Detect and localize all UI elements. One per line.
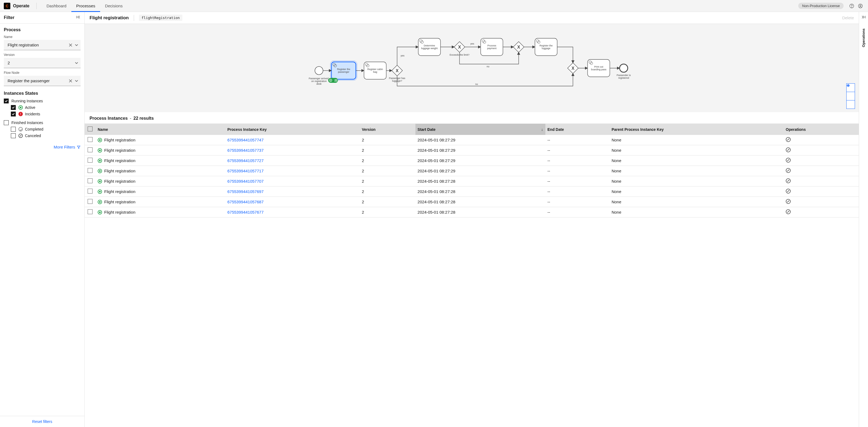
filter-sidebar: Filter Process Name Flight registration …	[0, 12, 85, 427]
col-end[interactable]: End Date	[546, 124, 610, 135]
active-status-icon	[19, 105, 23, 110]
filter-header: Filter	[0, 12, 84, 24]
zoom-out-button[interactable]	[846, 100, 855, 109]
row-name: Flight registration	[104, 169, 135, 173]
clear-name-icon[interactable]	[68, 42, 73, 48]
col-version[interactable]: Version	[360, 124, 415, 135]
cancel-instance-icon[interactable]	[786, 209, 791, 214]
row-name: Flight registration	[104, 179, 135, 183]
row-parent: None	[610, 145, 784, 156]
col-parent[interactable]: Parent Process Instance Key	[610, 124, 784, 135]
row-end: --	[546, 186, 610, 197]
name-select[interactable]: Flight registration	[4, 40, 81, 50]
running-checkbox[interactable]	[4, 98, 9, 103]
collapse-sidebar-icon[interactable]	[76, 14, 81, 21]
cancel-instance-icon[interactable]	[786, 168, 791, 173]
row-checkbox[interactable]	[88, 158, 93, 162]
table-row: Flight registration675539944105772722024…	[85, 156, 859, 166]
active-checkbox[interactable]	[11, 105, 16, 110]
table-row: Flight registration675539944105773722024…	[85, 145, 859, 156]
row-parent: None	[610, 207, 784, 217]
cancel-instance-icon[interactable]	[786, 137, 791, 142]
row-name: Flight registration	[104, 138, 135, 142]
instance-key-link[interactable]: 6755399441057697	[227, 189, 264, 194]
instance-key-link[interactable]: 6755399441057707	[227, 179, 264, 183]
row-checkbox[interactable]	[88, 137, 93, 142]
expand-operations-icon[interactable]	[861, 14, 866, 20]
process-header: Flight registration flightRegistration D…	[85, 12, 859, 24]
version-select[interactable]: 2	[4, 58, 81, 68]
svg-text:Processpayment: Processpayment	[487, 44, 497, 50]
cancel-instance-icon[interactable]	[786, 158, 791, 162]
divider	[134, 15, 134, 21]
row-end: --	[546, 166, 610, 176]
cancel-instance-icon[interactable]	[786, 178, 791, 183]
row-end: --	[546, 145, 610, 156]
col-ops[interactable]: Operations	[784, 124, 859, 135]
flownode-value: Register the passenger	[8, 79, 50, 83]
row-start: 2024-05-01 08:27:28	[415, 207, 546, 217]
version-value: 2	[8, 61, 10, 65]
row-version: 2	[360, 197, 415, 207]
row-checkbox[interactable]	[88, 178, 93, 183]
row-end: --	[546, 135, 610, 145]
more-filters-button[interactable]: More Filters	[4, 145, 81, 149]
states-title: Instances States	[4, 91, 81, 96]
delete-button[interactable]: Delete	[842, 16, 854, 20]
divider	[36, 3, 37, 9]
instances-table: Name Process Instance Key Version Start …	[85, 123, 859, 427]
table-row: Flight registration675539944105768722024…	[85, 197, 859, 207]
svg-point-1	[851, 7, 852, 7]
svg-text:no: no	[487, 65, 490, 68]
svg-text:yes: yes	[401, 54, 405, 57]
instance-key-link[interactable]: 6755399441057737	[227, 148, 264, 153]
row-name: Flight registration	[104, 210, 135, 214]
canceled-checkbox[interactable]	[11, 133, 16, 138]
reset-filters-link[interactable]: Reset filters	[32, 419, 52, 424]
cancel-instance-icon[interactable]	[786, 199, 791, 204]
row-checkbox[interactable]	[88, 168, 93, 173]
filter-title: Filter	[4, 15, 14, 20]
active-status-icon	[98, 179, 102, 183]
row-checkbox[interactable]	[88, 147, 93, 152]
col-name[interactable]: Name	[95, 124, 225, 135]
zoom-in-button[interactable]	[846, 92, 855, 100]
table-row: Flight registration675539944105767722024…	[85, 207, 859, 217]
incidents-label: Incidents	[25, 112, 40, 116]
finished-checkbox[interactable]	[4, 120, 9, 125]
instance-key-link[interactable]: 6755399441057747	[227, 138, 264, 142]
row-parent: None	[610, 135, 784, 145]
row-parent: None	[610, 186, 784, 197]
process-title: Flight registration	[90, 15, 129, 21]
instance-key-link[interactable]: 6755399441057677	[227, 210, 264, 214]
instance-key-link[interactable]: 6755399441057727	[227, 158, 264, 163]
completed-checkbox[interactable]	[11, 127, 16, 132]
col-key[interactable]: Process Instance Key	[225, 124, 360, 135]
row-name: Flight registration	[104, 189, 135, 194]
help-icon[interactable]	[847, 2, 856, 10]
clear-flownode-icon[interactable]	[68, 78, 73, 84]
user-icon[interactable]	[856, 2, 865, 10]
bpmn-diagram[interactable]: Passenger arrived on registrationdesk Re…	[85, 24, 859, 112]
instance-key-link[interactable]: 6755399441057687	[227, 200, 264, 204]
instance-key-link[interactable]: 6755399441057717	[227, 169, 264, 173]
tab-decisions[interactable]: Decisions	[100, 0, 127, 12]
name-label: Name	[4, 35, 81, 39]
process-section-title: Process	[4, 27, 81, 32]
row-checkbox[interactable]	[88, 209, 93, 214]
cancel-instance-icon[interactable]	[786, 189, 791, 193]
completed-status-icon	[19, 127, 23, 131]
col-start[interactable]: Start Date↓	[415, 124, 546, 135]
flownode-select[interactable]: Register the passenger	[4, 76, 81, 86]
tab-dashboard[interactable]: Dashboard	[41, 0, 71, 12]
chevron-down-icon	[74, 79, 79, 83]
tab-processes[interactable]: Processes	[71, 0, 100, 12]
row-checkbox[interactable]	[88, 199, 93, 204]
finished-label: Finished Instances	[11, 121, 43, 125]
row-checkbox[interactable]	[88, 189, 93, 193]
select-all-checkbox[interactable]	[88, 126, 93, 131]
app-name: Operate	[13, 3, 29, 8]
incidents-checkbox[interactable]	[11, 112, 16, 117]
table-row: Flight registration675539944105774722024…	[85, 135, 859, 145]
cancel-instance-icon[interactable]	[786, 147, 791, 152]
